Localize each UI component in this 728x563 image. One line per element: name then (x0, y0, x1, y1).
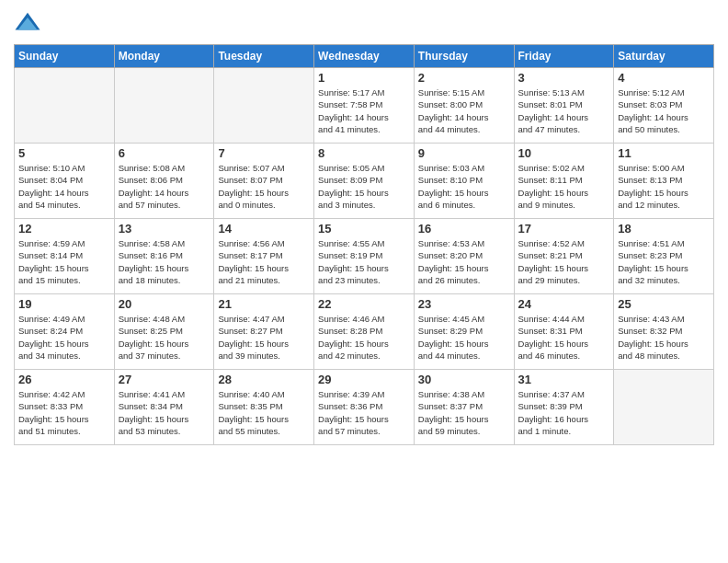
day-header-saturday: Saturday (614, 45, 714, 68)
day-info: Sunrise: 5:13 AM Sunset: 8:01 PM Dayligh… (518, 86, 610, 135)
day-number: 20 (119, 297, 210, 311)
logo-icon (14, 9, 41, 37)
day-header-thursday: Thursday (414, 45, 514, 68)
day-info: Sunrise: 4:40 AM Sunset: 8:35 PM Dayligh… (218, 388, 310, 437)
day-number: 30 (418, 373, 510, 386)
day-number: 27 (119, 373, 210, 386)
calendar-table: SundayMondayTuesdayWednesdayThursdayFrid… (14, 44, 714, 445)
day-info: Sunrise: 5:12 AM Sunset: 8:03 PM Dayligh… (618, 86, 710, 135)
calendar-cell: 17Sunrise: 4:52 AM Sunset: 8:21 PM Dayli… (514, 219, 614, 294)
day-header-sunday: Sunday (15, 45, 115, 68)
day-number: 31 (518, 373, 610, 386)
calendar-cell: 29Sunrise: 4:39 AM Sunset: 8:36 PM Dayli… (314, 370, 415, 445)
day-number: 14 (218, 222, 310, 236)
day-info: Sunrise: 4:59 AM Sunset: 8:14 PM Dayligh… (18, 237, 110, 286)
day-number: 28 (218, 373, 310, 386)
days-header-row: SundayMondayTuesdayWednesdayThursdayFrid… (15, 45, 714, 68)
calendar-cell: 30Sunrise: 4:38 AM Sunset: 8:37 PM Dayli… (414, 370, 514, 445)
calendar-cell: 3Sunrise: 5:13 AM Sunset: 8:01 PM Daylig… (514, 68, 614, 144)
calendar-cell: 12Sunrise: 4:59 AM Sunset: 8:14 PM Dayli… (15, 219, 115, 294)
day-info: Sunrise: 4:39 AM Sunset: 8:36 PM Dayligh… (318, 388, 410, 437)
day-info: Sunrise: 4:45 AM Sunset: 8:29 PM Dayligh… (418, 313, 510, 362)
day-info: Sunrise: 4:38 AM Sunset: 8:37 PM Dayligh… (418, 388, 510, 437)
week-row-5: 26Sunrise: 4:42 AM Sunset: 8:33 PM Dayli… (15, 370, 714, 445)
calendar-cell: 18Sunrise: 4:51 AM Sunset: 8:23 PM Dayli… (614, 219, 714, 294)
day-number: 13 (119, 222, 210, 236)
day-info: Sunrise: 5:17 AM Sunset: 7:58 PM Dayligh… (318, 86, 410, 135)
calendar-cell: 9Sunrise: 5:03 AM Sunset: 8:10 PM Daylig… (414, 144, 514, 219)
day-number: 25 (618, 297, 710, 311)
calendar-cell: 8Sunrise: 5:05 AM Sunset: 8:09 PM Daylig… (314, 144, 415, 219)
calendar-cell: 14Sunrise: 4:56 AM Sunset: 8:17 PM Dayli… (214, 219, 314, 294)
day-header-wednesday: Wednesday (314, 45, 415, 68)
day-number: 22 (318, 297, 410, 311)
day-number: 9 (418, 146, 510, 160)
day-info: Sunrise: 4:53 AM Sunset: 8:20 PM Dayligh… (418, 237, 510, 286)
day-number: 3 (518, 71, 610, 85)
day-info: Sunrise: 4:55 AM Sunset: 8:19 PM Dayligh… (318, 237, 410, 286)
day-number: 21 (218, 297, 310, 311)
calendar-cell (214, 68, 314, 144)
calendar-cell: 11Sunrise: 5:00 AM Sunset: 8:13 PM Dayli… (614, 144, 714, 219)
day-number: 6 (119, 146, 210, 160)
day-info: Sunrise: 5:02 AM Sunset: 8:11 PM Dayligh… (518, 162, 610, 211)
day-info: Sunrise: 4:49 AM Sunset: 8:24 PM Dayligh… (18, 313, 110, 362)
day-info: Sunrise: 5:00 AM Sunset: 8:13 PM Dayligh… (618, 162, 710, 211)
day-info: Sunrise: 5:08 AM Sunset: 8:06 PM Dayligh… (119, 162, 210, 211)
page: SundayMondayTuesdayWednesdayThursdayFrid… (0, 0, 728, 563)
day-number: 19 (18, 297, 110, 311)
day-number: 12 (18, 222, 110, 236)
day-number: 17 (518, 222, 610, 236)
calendar-cell: 28Sunrise: 4:40 AM Sunset: 8:35 PM Dayli… (214, 370, 314, 445)
day-number: 29 (318, 373, 410, 386)
calendar-cell (614, 370, 714, 445)
calendar-cell: 10Sunrise: 5:02 AM Sunset: 8:11 PM Dayli… (514, 144, 614, 219)
day-number: 15 (318, 222, 410, 236)
day-info: Sunrise: 4:48 AM Sunset: 8:25 PM Dayligh… (119, 313, 210, 362)
day-number: 2 (418, 71, 510, 85)
day-number: 7 (218, 146, 310, 160)
calendar-cell: 19Sunrise: 4:49 AM Sunset: 8:24 PM Dayli… (15, 294, 115, 370)
day-info: Sunrise: 4:47 AM Sunset: 8:27 PM Dayligh… (218, 313, 310, 362)
day-info: Sunrise: 4:58 AM Sunset: 8:16 PM Dayligh… (119, 237, 210, 286)
calendar-cell: 15Sunrise: 4:55 AM Sunset: 8:19 PM Dayli… (314, 219, 415, 294)
header (14, 9, 714, 37)
calendar-cell (114, 68, 214, 144)
calendar-cell: 31Sunrise: 4:37 AM Sunset: 8:39 PM Dayli… (514, 370, 614, 445)
calendar-cell: 4Sunrise: 5:12 AM Sunset: 8:03 PM Daylig… (614, 68, 714, 144)
week-row-3: 12Sunrise: 4:59 AM Sunset: 8:14 PM Dayli… (15, 219, 714, 294)
day-info: Sunrise: 5:03 AM Sunset: 8:10 PM Dayligh… (418, 162, 510, 211)
day-number: 18 (618, 222, 710, 236)
day-number: 23 (418, 297, 510, 311)
calendar-cell: 1Sunrise: 5:17 AM Sunset: 7:58 PM Daylig… (314, 68, 415, 144)
day-info: Sunrise: 5:07 AM Sunset: 8:07 PM Dayligh… (218, 162, 310, 211)
week-row-2: 5Sunrise: 5:10 AM Sunset: 8:04 PM Daylig… (15, 144, 714, 219)
calendar-cell: 2Sunrise: 5:15 AM Sunset: 8:00 PM Daylig… (414, 68, 514, 144)
calendar-cell: 20Sunrise: 4:48 AM Sunset: 8:25 PM Dayli… (114, 294, 214, 370)
day-info: Sunrise: 5:15 AM Sunset: 8:00 PM Dayligh… (418, 86, 510, 135)
day-info: Sunrise: 5:10 AM Sunset: 8:04 PM Dayligh… (18, 162, 110, 211)
day-info: Sunrise: 4:51 AM Sunset: 8:23 PM Dayligh… (618, 237, 710, 286)
calendar-cell: 24Sunrise: 4:44 AM Sunset: 8:31 PM Dayli… (514, 294, 614, 370)
day-number: 4 (618, 71, 710, 85)
day-info: Sunrise: 4:44 AM Sunset: 8:31 PM Dayligh… (518, 313, 610, 362)
day-info: Sunrise: 4:56 AM Sunset: 8:17 PM Dayligh… (218, 237, 310, 286)
day-number: 11 (618, 146, 710, 160)
week-row-1: 1Sunrise: 5:17 AM Sunset: 7:58 PM Daylig… (15, 68, 714, 144)
day-info: Sunrise: 4:42 AM Sunset: 8:33 PM Dayligh… (18, 388, 110, 437)
calendar-cell: 5Sunrise: 5:10 AM Sunset: 8:04 PM Daylig… (15, 144, 115, 219)
day-info: Sunrise: 4:37 AM Sunset: 8:39 PM Dayligh… (518, 388, 610, 437)
day-number: 10 (518, 146, 610, 160)
calendar-cell: 7Sunrise: 5:07 AM Sunset: 8:07 PM Daylig… (214, 144, 314, 219)
calendar-cell: 27Sunrise: 4:41 AM Sunset: 8:34 PM Dayli… (114, 370, 214, 445)
calendar-cell: 23Sunrise: 4:45 AM Sunset: 8:29 PM Dayli… (414, 294, 514, 370)
calendar-cell (15, 68, 115, 144)
calendar-cell: 13Sunrise: 4:58 AM Sunset: 8:16 PM Dayli… (114, 219, 214, 294)
day-info: Sunrise: 4:52 AM Sunset: 8:21 PM Dayligh… (518, 237, 610, 286)
calendar-cell: 25Sunrise: 4:43 AM Sunset: 8:32 PM Dayli… (614, 294, 714, 370)
calendar-cell: 6Sunrise: 5:08 AM Sunset: 8:06 PM Daylig… (114, 144, 214, 219)
day-header-friday: Friday (514, 45, 614, 68)
day-number: 1 (318, 71, 410, 85)
day-header-monday: Monday (114, 45, 214, 68)
calendar-cell: 22Sunrise: 4:46 AM Sunset: 8:28 PM Dayli… (314, 294, 415, 370)
